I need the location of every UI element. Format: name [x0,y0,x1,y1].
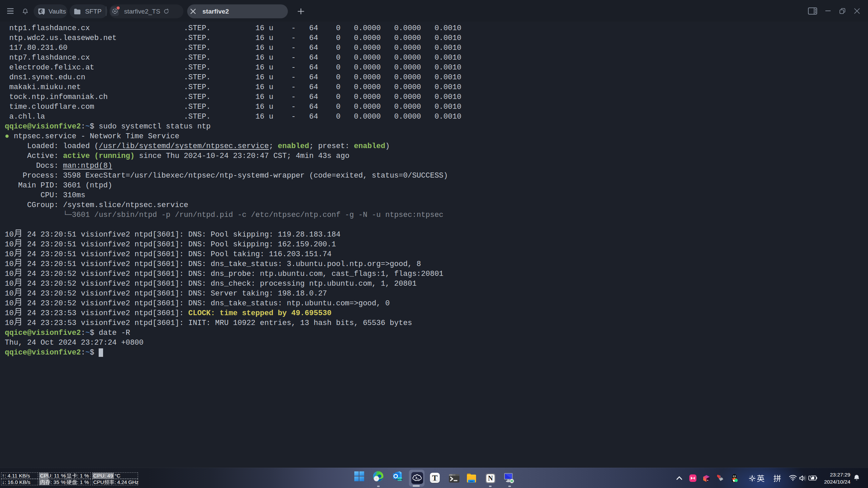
svg-text:NEW: NEW [397,478,402,481]
